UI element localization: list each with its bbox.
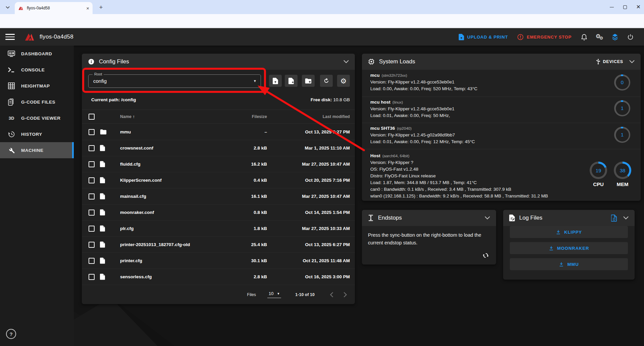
file-size: 30.1 kB	[227, 258, 267, 263]
cpu-chip-icon	[368, 58, 375, 65]
sidebar-item-gcode-files[interactable]: G-CODE FILES	[0, 94, 74, 110]
download-klippy-log-button[interactable]: KLIPPY	[510, 226, 628, 238]
download-mmu-log-button[interactable]: MMU	[510, 258, 628, 270]
file-icon	[100, 274, 105, 280]
column-name[interactable]: Name ↑	[120, 114, 227, 119]
table-row[interactable]: mainsail.cfg 16.1 kB Mar 27, 2025 10:47 …	[82, 188, 355, 205]
new-tab-button[interactable]: +	[97, 3, 105, 12]
collapse-chevron-icon[interactable]	[629, 60, 635, 63]
sidebar-item-gcode-viewer[interactable]: 3D G-CODE VIEWER	[0, 110, 74, 126]
row-checkbox[interactable]	[89, 274, 95, 280]
favicon-flyos-logo	[18, 6, 24, 11]
root-select[interactable]: Root config ▼	[88, 74, 261, 88]
sidebar-item-machine[interactable]: MACHINE	[0, 142, 74, 158]
file-size: 16.1 kB	[227, 194, 267, 199]
mcu-load-badge: 1	[614, 100, 630, 116]
file-modified: Mar 1, 2025 11:10 AM	[267, 146, 350, 151]
file-icon	[100, 209, 105, 216]
browser-tab[interactable]: flyos-0a4d58 ×	[15, 2, 93, 14]
sync-icon[interactable]	[482, 252, 489, 259]
app-title: flyos-0a4d58	[40, 34, 73, 40]
sidebar-item-console[interactable]: CONSOLE	[0, 62, 74, 78]
prev-page-icon[interactable]	[330, 292, 333, 297]
hamburger-menu-icon[interactable]	[5, 34, 15, 40]
file-sync-icon[interactable]	[611, 215, 617, 222]
next-page-icon[interactable]	[343, 292, 347, 297]
sidebar-item-history[interactable]: HISTORY	[0, 126, 74, 142]
power-button[interactable]	[623, 31, 638, 43]
file-size: 0.4 kB	[227, 178, 267, 183]
heightmap-grid-icon	[8, 82, 15, 89]
tab-search-button[interactable]	[3, 3, 12, 12]
table-row[interactable]: sensorless.cfg 2.8 kB Oct 16, 2025 3:00 …	[82, 269, 355, 285]
table-row[interactable]: plr.cfg 1.8 kB Mar 27, 2025 10:33 AM	[82, 221, 355, 237]
mcu-section: mcu(stm32h723xx) Version: Fly-Klipper v1…	[362, 70, 641, 97]
table-row[interactable]: printer.cfg 30.1 kB Oct 21, 2025 11:48 A…	[82, 253, 355, 269]
browser-toolbar: ← → ⚠ Not secure 192.168.1.125/m/#/confi…	[0, 14, 644, 28]
create-file-button[interactable]	[285, 75, 298, 87]
window-maximize-icon[interactable]	[623, 5, 627, 9]
row-checkbox[interactable]	[89, 226, 95, 232]
file-table-header: Name ↑ Filesize Last modified	[82, 110, 355, 124]
download-moonraker-log-button[interactable]: MOONRAKER	[510, 242, 628, 254]
table-row[interactable]: moonraker.conf 0.8 kB Oct 14, 2025 1:54 …	[82, 205, 355, 221]
help-button[interactable]: ?	[6, 329, 16, 339]
table-row[interactable]: KlipperScreen.conf 0.4 kB Oct 20, 2025 7…	[82, 172, 355, 188]
file-modified: Mar 27, 2025 10:33 AM	[267, 226, 350, 231]
file-icon	[100, 241, 105, 248]
column-last-modified[interactable]: Last modified	[267, 114, 350, 119]
refresh-icon	[323, 78, 329, 84]
sidebar-item-heightmap[interactable]: HEIGHTMAP	[0, 78, 74, 94]
row-checkbox[interactable]	[89, 210, 95, 216]
tab-title: flyos-0a4d58	[27, 6, 86, 10]
config-files-panel: Config Files Root config ▼ ⚙ Current pat…	[82, 54, 355, 304]
column-filesize[interactable]: Filesize	[227, 114, 267, 119]
history-icon	[8, 131, 15, 138]
table-row[interactable]: mmu – Oct 13, 2025 6:27 PM	[82, 124, 355, 140]
row-checkbox[interactable]	[89, 193, 95, 199]
upload-file-button[interactable]	[269, 75, 282, 87]
log-file-edit-icon	[509, 215, 515, 221]
console-icon	[8, 67, 15, 73]
file-name: printer.cfg	[120, 258, 227, 263]
file-size: 0.8 kB	[227, 210, 267, 215]
window-minimize-icon[interactable]	[610, 7, 614, 7]
upload-and-print-button[interactable]: UPLOAD & PRINT	[454, 31, 513, 43]
collapse-chevron-icon[interactable]	[485, 216, 490, 220]
row-checkbox[interactable]	[89, 177, 95, 183]
layers-button[interactable]	[607, 31, 623, 43]
notifications-button[interactable]	[576, 31, 592, 43]
tab-close-icon[interactable]: ×	[86, 5, 89, 11]
file-settings-button[interactable]: ⚙	[337, 75, 350, 87]
row-checkbox[interactable]	[89, 258, 95, 264]
file-name: crowsnest.conf	[120, 146, 227, 151]
files-label: Files	[247, 292, 256, 297]
devices-button[interactable]: DEVICES	[596, 59, 623, 65]
table-row[interactable]: crowsnest.conf 2.8 kB Mar 1, 2025 11:10 …	[82, 140, 355, 156]
create-folder-button[interactable]	[302, 75, 315, 87]
file-name: printer-20251013_182707.cfg-old	[120, 242, 227, 247]
row-checkbox[interactable]	[89, 145, 95, 151]
emergency-stop-button[interactable]: EMERGENCY STOP	[513, 31, 576, 43]
alert-circle-icon	[517, 34, 524, 40]
page-size-select[interactable]: 10 ▼	[267, 291, 281, 298]
file-icon	[100, 161, 105, 167]
row-checkbox[interactable]	[89, 129, 95, 135]
endstops-panel: Endstops Press the sync-button on the ri…	[362, 210, 496, 265]
collapse-chevron-icon[interactable]	[343, 60, 349, 63]
dropdown-caret-icon: ▼	[253, 75, 257, 88]
row-checkbox[interactable]	[89, 242, 95, 248]
select-all-checkbox[interactable]	[89, 114, 95, 120]
window-close-icon[interactable]: ✕	[636, 4, 641, 10]
table-row[interactable]: printer-20251013_182707.cfg-old 25.4 kB …	[82, 237, 355, 253]
collapse-chevron-icon[interactable]	[623, 216, 629, 220]
refresh-button[interactable]	[320, 75, 333, 87]
row-checkbox[interactable]	[89, 161, 95, 167]
settings-button[interactable]: ⚙⚙	[592, 31, 607, 43]
table-row[interactable]: fluidd.cfg 16.2 kB Mar 27, 2025 10:47 AM	[82, 156, 355, 172]
mcu-sht36-section: mcu SHT36(rp2040) Version: Fly-Klipper v…	[362, 123, 641, 149]
folder-icon	[100, 129, 107, 135]
file-modified: Oct 13, 2025 6:27 PM	[267, 129, 350, 134]
sidebar-item-dashboard[interactable]: DASHBOARD	[0, 46, 74, 62]
app-header: flyos-0a4d58 UPLOAD & PRINT EMERGENCY ST…	[0, 28, 644, 46]
